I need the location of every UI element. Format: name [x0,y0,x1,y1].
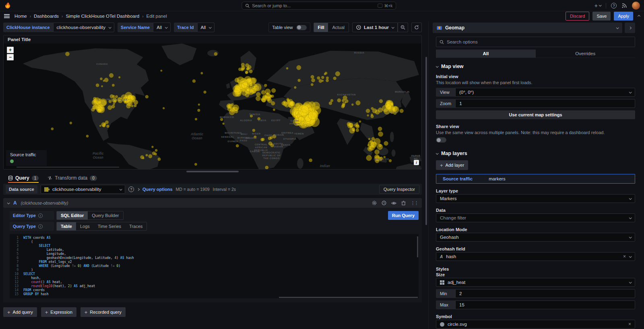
breadcrumb-home[interactable]: Home [14,14,27,19]
map-marker[interactable] [289,101,295,106]
map-marker[interactable] [198,109,200,112]
map-marker[interactable] [375,150,379,155]
map-marker[interactable] [96,84,99,87]
map-marker[interactable] [192,80,196,83]
map-marker[interactable] [134,104,136,107]
collapse-header-icon[interactable] [638,14,640,17]
add-query-button[interactable]: + Add query [3,307,37,317]
map-marker[interactable] [384,141,388,145]
map-marker[interactable] [161,70,162,71]
map-marker[interactable] [400,109,403,113]
map-marker[interactable] [312,79,315,82]
gear-icon[interactable] [372,201,377,205]
expression-button[interactable]: + Expression [41,307,76,317]
map-marker[interactable] [392,106,399,113]
new-button[interactable]: + [594,2,601,9]
map-marker[interactable] [256,96,260,101]
view-select[interactable]: (0°, 0°) [455,88,635,97]
datasource-help-icon[interactable]: ? [128,186,134,192]
map-marker[interactable] [233,85,241,93]
map-marker[interactable] [149,154,152,158]
map-marker[interactable] [271,101,275,106]
map-marker[interactable] [335,71,340,76]
map-marker[interactable] [294,87,296,89]
map-zoom-out-button[interactable]: − [7,54,14,60]
map-marker[interactable] [375,110,380,114]
map-marker[interactable] [309,159,312,162]
map-marker[interactable] [102,124,105,127]
code-line[interactable]: WITH coords AS [23,236,419,240]
code-line[interactable]: WHERE (Longitude != 0) AND (Latitude != … [23,264,419,268]
sql-code[interactable]: WITH coords AS ( SELECT Latitude, Longit… [23,236,419,295]
code-line[interactable]: ) [23,268,419,272]
history-icon[interactable] [382,201,386,205]
map-marker[interactable] [384,156,386,158]
world-map[interactable]: RUSSIACANADAUNITED STATESKAZAKHSTANMONGO… [4,43,421,169]
refresh-button[interactable] [411,23,422,32]
map-marker[interactable] [214,52,217,56]
map-marker[interactable] [378,127,382,131]
help-icon[interactable]: ? [611,3,617,8]
map-marker[interactable] [146,154,148,156]
variable-value-dropdown[interactable]: All [197,23,215,32]
editor-vertical-scrollbar[interactable] [417,236,418,257]
map-marker[interactable] [145,95,149,98]
info-icon[interactable]: i [38,224,43,229]
map-marker[interactable] [264,95,268,99]
layer-type-select[interactable]: Markers [436,194,635,203]
map-marker[interactable] [386,103,392,110]
map-marker[interactable] [99,125,101,126]
map-marker[interactable] [379,144,382,147]
visualization-picker[interactable]: Geomap [433,23,622,33]
map-marker[interactable] [311,83,313,86]
map-marker[interactable] [130,95,135,100]
code-line[interactable]: round(log10(heat), 2) AS adj_heat [23,284,419,288]
map-marker[interactable] [308,111,317,120]
fill-option[interactable]: Fill [314,23,328,32]
table-view-toggle[interactable] [296,25,307,30]
traces-option[interactable]: Traces [125,222,147,230]
map-marker[interactable] [107,125,109,128]
map-marker[interactable] [112,84,114,87]
map-marker[interactable] [261,98,263,101]
map-marker[interactable] [380,157,383,160]
code-line[interactable]: Longitude, [23,252,419,256]
data-filter-select[interactable]: Change filter [436,213,635,222]
map-marker[interactable] [235,78,239,82]
panel-header[interactable]: Panel Title [4,35,421,43]
size-field-select[interactable]: adj_heat [436,278,635,287]
chevron-right-icon[interactable] [137,188,140,190]
map-marker[interactable] [272,134,276,138]
save-button[interactable]: Save [592,12,611,21]
map-marker[interactable] [366,155,372,161]
map-marker[interactable] [326,77,328,79]
map-marker[interactable] [248,65,252,69]
map-marker[interactable] [152,152,155,155]
map-marker[interactable] [371,115,374,118]
collapse-query-icon[interactable] [7,201,10,204]
breadcrumb-dashboard-name[interactable]: Simple ClickHouse OTel Dashboard [66,14,139,19]
map-marker[interactable] [256,92,260,97]
map-marker[interactable] [333,77,336,80]
map-marker[interactable] [356,101,360,105]
discard-button[interactable]: Discard [566,12,589,21]
tab-query[interactable]: Query 1 [8,175,39,183]
map-marker[interactable] [223,123,225,125]
map-marker[interactable] [70,122,72,124]
map-marker[interactable] [105,120,109,124]
options-scrollbar-thumb[interactable] [425,57,427,225]
tab-all[interactable]: All [436,50,536,58]
map-marker[interactable] [356,122,358,124]
time-series-option[interactable]: Time Series [94,222,125,230]
query-builder-option[interactable]: Query Builder [88,211,123,219]
map-marker[interactable] [270,137,273,139]
map-marker[interactable] [324,73,326,75]
map-marker[interactable] [140,155,144,159]
map-marker[interactable] [343,96,347,100]
code-line[interactable]: count() AS heat, [23,280,419,284]
code-line[interactable]: FROM otel_logs_v2 [23,260,419,264]
map-marker[interactable] [286,67,288,69]
layer-card[interactable]: Source traffic markers [436,174,635,184]
location-mode-select[interactable]: Geohash [436,233,635,242]
map-marker[interactable] [330,99,333,102]
